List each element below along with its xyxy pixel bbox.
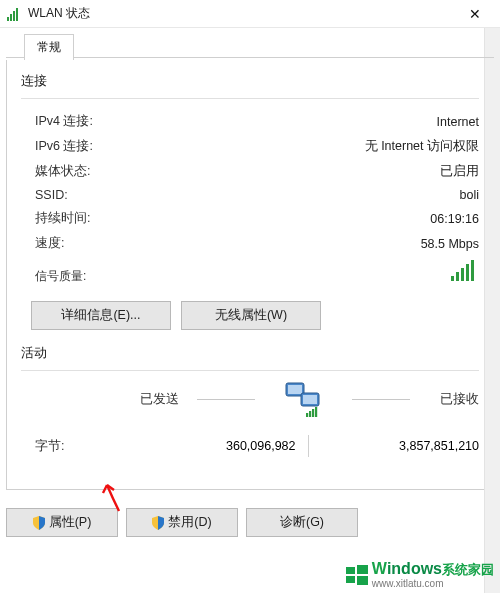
ssid-value: boli [460,188,479,202]
diagnose-button[interactable]: 诊断(G) [246,508,358,537]
svg-rect-4 [451,276,454,281]
svg-rect-19 [346,576,355,583]
media-label: 媒体状态: [35,163,90,180]
svg-rect-20 [357,576,368,585]
svg-rect-5 [456,272,459,281]
svg-rect-7 [466,264,469,281]
speed-label: 速度: [35,235,64,252]
svg-rect-12 [303,395,317,404]
tab-general-label: 常规 [37,40,61,54]
row-speed: 速度: 58.5 Mbps [21,231,479,256]
bytes-label: 字节: [35,438,125,455]
bytes-sent-value: 360,096,982 [125,439,308,453]
signal-label: 信号质量: [35,268,86,285]
disable-button[interactable]: 禁用(D) [126,508,238,537]
tab-border [6,57,494,58]
ipv6-value: 无 Internet 访问权限 [365,138,479,155]
wireless-properties-button-label: 无线属性(W) [215,308,287,322]
row-duration: 持续时间: 06:19:16 [21,206,479,231]
svg-rect-3 [16,8,18,21]
duration-value: 06:19:16 [430,212,479,226]
connection-button-row: 详细信息(E)... 无线属性(W) [31,301,479,330]
svg-rect-10 [288,385,302,394]
tab-content: 连接 IPv4 连接: Internet IPv6 连接: 无 Internet… [6,60,494,490]
details-button[interactable]: 详细信息(E)... [31,301,171,330]
media-value: 已启用 [440,163,479,180]
wifi-icon [6,6,22,22]
line-left [197,399,255,400]
svg-rect-0 [7,17,9,21]
watermark-brand: indows [387,560,442,577]
ipv4-label: IPv4 连接: [35,113,93,130]
activity-header-row: 已发送 已接收 [21,381,479,417]
svg-rect-1 [10,14,12,21]
svg-rect-13 [306,413,308,417]
ipv6-label: IPv6 连接: [35,138,93,155]
properties-button[interactable]: 属性(P) [6,508,118,537]
ipv4-value: Internet [437,115,479,129]
svg-rect-14 [309,411,311,417]
details-button-label: 详细信息(E)... [61,308,140,322]
line-right [352,399,410,400]
row-ssid: SSID: boli [21,184,479,206]
svg-rect-6 [461,268,464,281]
duration-label: 持续时间: [35,210,90,227]
close-button[interactable]: ✕ [456,0,494,28]
svg-rect-8 [471,260,474,281]
ssid-label: SSID: [35,188,68,202]
window-title: WLAN 状态 [28,5,456,22]
row-ipv6: IPv6 连接: 无 Internet 访问权限 [21,134,479,159]
row-signal: 信号质量: [21,256,479,289]
watermark-logo-icon [346,564,368,586]
separator [21,98,479,99]
signal-bars-icon [449,260,479,285]
network-activity-icon [274,381,334,417]
title-bar: WLAN 状态 ✕ [0,0,500,28]
activity-section-title: 活动 [21,344,479,362]
shield-icon [152,516,164,530]
svg-rect-15 [312,409,314,417]
footer-button-row: 属性(P) 禁用(D) 诊断(G) [6,508,500,537]
row-ipv4: IPv4 连接: Internet [21,109,479,134]
svg-rect-18 [357,565,368,574]
svg-rect-16 [315,407,317,417]
tab-general[interactable]: 常规 [24,34,74,60]
properties-button-label: 属性(P) [49,514,92,531]
recv-label: 已接收 [429,391,479,408]
row-media: 媒体状态: 已启用 [21,159,479,184]
bytes-recv-value: 3,857,851,210 [309,439,480,453]
bytes-row: 字节: 360,096,982 3,857,851,210 [21,421,479,461]
diagnose-button-label: 诊断(G) [280,514,324,531]
wireless-properties-button[interactable]: 无线属性(W) [181,301,321,330]
svg-rect-17 [346,567,355,574]
watermark: Windows系统家园 www.xitlatu.com [346,560,494,589]
disable-button-label: 禁用(D) [168,514,211,531]
separator-2 [21,370,479,371]
close-icon: ✕ [469,6,481,22]
parent-scrollbar[interactable] [484,28,500,593]
svg-rect-2 [13,11,15,21]
speed-value: 58.5 Mbps [421,237,479,251]
connection-section-title: 连接 [21,72,479,90]
shield-icon [33,516,45,530]
sent-label: 已发送 [140,391,179,408]
watermark-url: www.xitlatu.com [372,579,494,589]
